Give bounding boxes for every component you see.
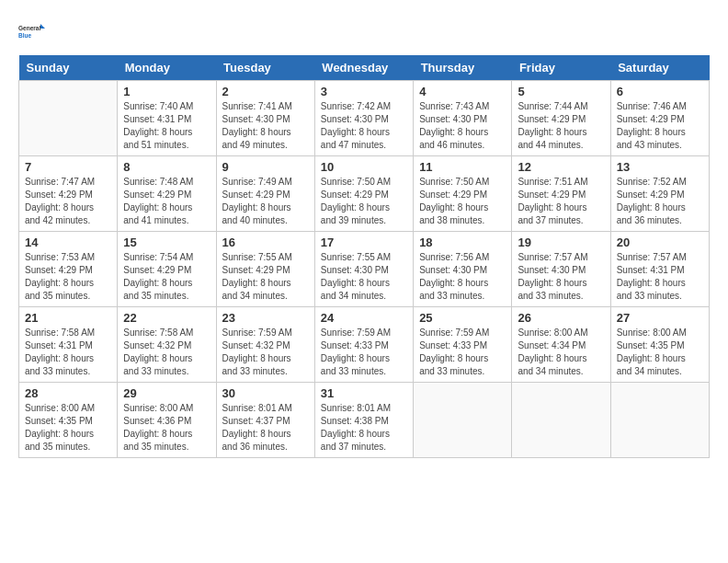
day-number: 13 — [617, 160, 703, 174]
calendar-week-row: 7Sunrise: 7:47 AM Sunset: 4:29 PM Daylig… — [19, 156, 710, 232]
calendar-cell: 18Sunrise: 7:56 AM Sunset: 4:30 PM Dayli… — [414, 232, 512, 307]
day-info: Sunrise: 7:52 AM Sunset: 4:29 PM Dayligh… — [617, 176, 703, 227]
day-number: 27 — [617, 311, 703, 325]
weekday-header: Monday — [118, 55, 216, 81]
day-info: Sunrise: 7:59 AM Sunset: 4:32 PM Dayligh… — [222, 327, 309, 378]
day-info: Sunrise: 8:01 AM Sunset: 4:38 PM Dayligh… — [321, 402, 407, 454]
day-info: Sunrise: 7:55 AM Sunset: 4:29 PM Dayligh… — [222, 251, 309, 303]
calendar-cell: 31Sunrise: 8:01 AM Sunset: 4:38 PM Dayli… — [314, 383, 413, 458]
weekday-header: Sunday — [19, 55, 118, 81]
day-info: Sunrise: 7:50 AM Sunset: 4:29 PM Dayligh… — [419, 176, 506, 227]
page-header: GeneralBlue — [18, 18, 710, 46]
calendar-cell: 28Sunrise: 8:00 AM Sunset: 4:35 PM Dayli… — [19, 383, 118, 458]
day-number: 2 — [222, 85, 309, 98]
day-info: Sunrise: 7:57 AM Sunset: 4:30 PM Dayligh… — [518, 251, 604, 303]
calendar-cell: 30Sunrise: 8:01 AM Sunset: 4:37 PM Dayli… — [216, 383, 314, 458]
calendar-cell: 2Sunrise: 7:41 AM Sunset: 4:30 PM Daylig… — [216, 81, 314, 156]
day-info: Sunrise: 7:58 AM Sunset: 4:31 PM Dayligh… — [25, 327, 111, 378]
day-number: 4 — [419, 85, 506, 98]
day-number: 11 — [419, 160, 506, 174]
day-number: 17 — [321, 236, 407, 249]
svg-text:Blue: Blue — [18, 32, 31, 39]
day-info: Sunrise: 7:42 AM Sunset: 4:30 PM Dayligh… — [321, 100, 407, 152]
day-number: 9 — [222, 160, 309, 174]
day-number: 7 — [25, 160, 111, 174]
day-number: 25 — [419, 311, 506, 325]
day-info: Sunrise: 7:53 AM Sunset: 4:29 PM Dayligh… — [25, 251, 111, 303]
day-info: Sunrise: 7:59 AM Sunset: 4:33 PM Dayligh… — [419, 327, 506, 378]
day-info: Sunrise: 7:55 AM Sunset: 4:30 PM Dayligh… — [321, 251, 407, 303]
calendar-cell: 1Sunrise: 7:40 AM Sunset: 4:31 PM Daylig… — [118, 81, 216, 156]
day-info: Sunrise: 7:48 AM Sunset: 4:29 PM Dayligh… — [123, 176, 210, 227]
day-number: 3 — [321, 85, 407, 98]
day-number: 31 — [321, 386, 407, 400]
day-info: Sunrise: 7:43 AM Sunset: 4:30 PM Dayligh… — [419, 100, 506, 152]
day-number: 19 — [518, 236, 604, 249]
calendar-cell: 23Sunrise: 7:59 AM Sunset: 4:32 PM Dayli… — [216, 307, 314, 383]
day-number: 20 — [617, 236, 703, 249]
day-info: Sunrise: 8:00 AM Sunset: 4:34 PM Dayligh… — [518, 327, 604, 378]
calendar-cell: 6Sunrise: 7:46 AM Sunset: 4:29 PM Daylig… — [610, 81, 709, 156]
svg-marker-2 — [40, 24, 45, 29]
calendar-cell: 24Sunrise: 7:59 AM Sunset: 4:33 PM Dayli… — [314, 307, 413, 383]
day-number: 10 — [321, 160, 407, 174]
day-number: 12 — [518, 160, 604, 174]
day-info: Sunrise: 7:44 AM Sunset: 4:29 PM Dayligh… — [518, 100, 604, 152]
day-number: 18 — [419, 236, 506, 249]
calendar-cell: 29Sunrise: 8:00 AM Sunset: 4:36 PM Dayli… — [118, 383, 216, 458]
day-number: 6 — [617, 85, 703, 98]
calendar-cell: 19Sunrise: 7:57 AM Sunset: 4:30 PM Dayli… — [512, 232, 610, 307]
calendar-cell — [610, 383, 709, 458]
calendar-cell — [512, 383, 610, 458]
day-number: 1 — [123, 85, 210, 98]
calendar-week-row: 1Sunrise: 7:40 AM Sunset: 4:31 PM Daylig… — [19, 81, 710, 156]
calendar-cell — [19, 81, 118, 156]
calendar-cell: 22Sunrise: 7:58 AM Sunset: 4:32 PM Dayli… — [118, 307, 216, 383]
calendar-cell: 12Sunrise: 7:51 AM Sunset: 4:29 PM Dayli… — [512, 156, 610, 232]
calendar-week-row: 21Sunrise: 7:58 AM Sunset: 4:31 PM Dayli… — [19, 307, 710, 383]
day-info: Sunrise: 8:01 AM Sunset: 4:37 PM Dayligh… — [222, 402, 309, 454]
calendar-cell: 26Sunrise: 8:00 AM Sunset: 4:34 PM Dayli… — [512, 307, 610, 383]
calendar-table: SundayMondayTuesdayWednesdayThursdayFrid… — [18, 55, 710, 458]
day-info: Sunrise: 8:00 AM Sunset: 4:35 PM Dayligh… — [25, 402, 111, 454]
weekday-header-row: SundayMondayTuesdayWednesdayThursdayFrid… — [19, 55, 710, 81]
day-info: Sunrise: 7:51 AM Sunset: 4:29 PM Dayligh… — [518, 176, 604, 227]
calendar-cell: 3Sunrise: 7:42 AM Sunset: 4:30 PM Daylig… — [314, 81, 413, 156]
day-number: 15 — [123, 236, 210, 249]
calendar-cell: 8Sunrise: 7:48 AM Sunset: 4:29 PM Daylig… — [118, 156, 216, 232]
day-info: Sunrise: 7:54 AM Sunset: 4:29 PM Dayligh… — [123, 251, 210, 303]
calendar-cell: 25Sunrise: 7:59 AM Sunset: 4:33 PM Dayli… — [414, 307, 512, 383]
calendar-cell: 16Sunrise: 7:55 AM Sunset: 4:29 PM Dayli… — [216, 232, 314, 307]
calendar-cell: 17Sunrise: 7:55 AM Sunset: 4:30 PM Dayli… — [314, 232, 413, 307]
day-info: Sunrise: 7:56 AM Sunset: 4:30 PM Dayligh… — [419, 251, 506, 303]
day-number: 23 — [222, 311, 309, 325]
calendar-cell — [414, 383, 512, 458]
day-info: Sunrise: 7:57 AM Sunset: 4:31 PM Dayligh… — [617, 251, 703, 303]
day-number: 21 — [25, 311, 111, 325]
calendar-cell: 15Sunrise: 7:54 AM Sunset: 4:29 PM Dayli… — [118, 232, 216, 307]
day-number: 29 — [123, 386, 210, 400]
calendar-week-row: 14Sunrise: 7:53 AM Sunset: 4:29 PM Dayli… — [19, 232, 710, 307]
calendar-cell: 14Sunrise: 7:53 AM Sunset: 4:29 PM Dayli… — [19, 232, 118, 307]
weekday-header: Saturday — [610, 55, 709, 81]
day-number: 22 — [123, 311, 210, 325]
day-number: 8 — [123, 160, 210, 174]
calendar-cell: 7Sunrise: 7:47 AM Sunset: 4:29 PM Daylig… — [19, 156, 118, 232]
weekday-header: Wednesday — [314, 55, 413, 81]
logo: GeneralBlue — [18, 18, 46, 46]
calendar-cell: 13Sunrise: 7:52 AM Sunset: 4:29 PM Dayli… — [610, 156, 709, 232]
calendar-cell: 27Sunrise: 8:00 AM Sunset: 4:35 PM Dayli… — [610, 307, 709, 383]
day-info: Sunrise: 8:00 AM Sunset: 4:36 PM Dayligh… — [123, 402, 210, 454]
day-info: Sunrise: 7:58 AM Sunset: 4:32 PM Dayligh… — [123, 327, 210, 378]
day-info: Sunrise: 7:46 AM Sunset: 4:29 PM Dayligh… — [617, 100, 703, 152]
day-number: 28 — [25, 386, 111, 400]
calendar-cell: 4Sunrise: 7:43 AM Sunset: 4:30 PM Daylig… — [414, 81, 512, 156]
calendar-cell: 5Sunrise: 7:44 AM Sunset: 4:29 PM Daylig… — [512, 81, 610, 156]
day-info: Sunrise: 7:49 AM Sunset: 4:29 PM Dayligh… — [222, 176, 309, 227]
calendar-cell: 21Sunrise: 7:58 AM Sunset: 4:31 PM Dayli… — [19, 307, 118, 383]
day-number: 24 — [321, 311, 407, 325]
weekday-header: Thursday — [414, 55, 512, 81]
day-number: 16 — [222, 236, 309, 249]
logo-icon: GeneralBlue — [18, 18, 46, 46]
calendar-cell: 10Sunrise: 7:50 AM Sunset: 4:29 PM Dayli… — [314, 156, 413, 232]
